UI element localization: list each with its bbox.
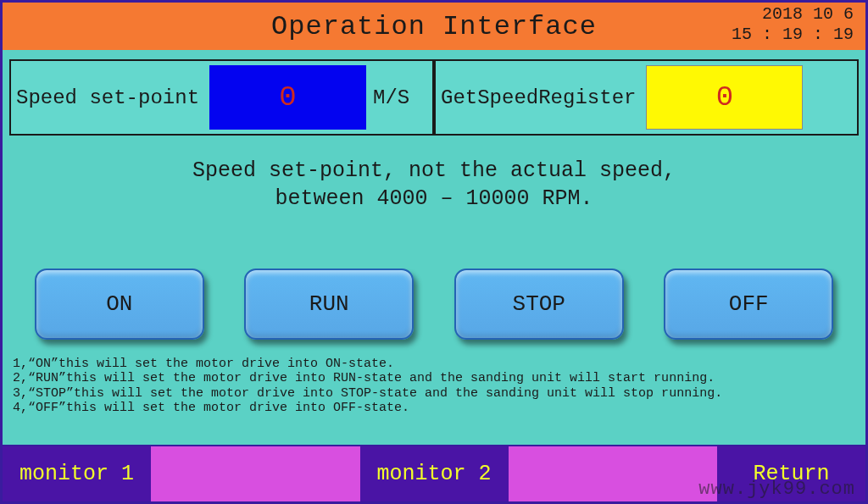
notes-text: 1,“ON”this will set the motor drive into… <box>13 357 855 415</box>
note-4: 4,“OFF”this will set the motor drive int… <box>13 401 855 415</box>
speed-setpoint-value: 0 <box>279 81 296 114</box>
stop-button[interactable]: STOP <box>454 269 624 340</box>
speed-setpoint-input[interactable]: 0 <box>209 65 366 130</box>
page-title: Operation Interface <box>271 11 597 42</box>
description-line1: Speed set-point, not the actual speed, <box>3 158 865 186</box>
footer-spacer <box>509 446 718 501</box>
header-date: 2018 10 6 <box>732 4 854 25</box>
speed-register-display: 0 <box>646 65 803 130</box>
note-3: 3,“STOP”this will set the motor drive in… <box>13 386 855 401</box>
action-button-row: ON RUN STOP OFF <box>3 269 865 340</box>
header-bar: Operation Interface 2018 10 6 15 : 19 : … <box>3 3 865 50</box>
note-1: 1,“ON”this will set the motor drive into… <box>13 357 855 371</box>
run-button[interactable]: RUN <box>244 269 414 340</box>
description-line2: between 4000 – 10000 RPM. <box>3 186 865 213</box>
header-time: 15 : 19 : 19 <box>732 25 854 45</box>
header-datetime: 2018 10 6 15 : 19 : 19 <box>732 4 854 45</box>
speed-register-cell: GetSpeedRegister 0 <box>434 61 857 134</box>
speed-unit-label: M/S <box>373 86 409 109</box>
description-text: Speed set-point, not the actual speed, b… <box>3 158 865 213</box>
watermark-text: www.jyk99.com <box>698 479 855 500</box>
monitor-2-button[interactable]: monitor 2 <box>360 446 509 501</box>
speed-register-value: 0 <box>716 81 733 114</box>
footer-spacer <box>151 446 360 501</box>
on-button[interactable]: ON <box>35 269 204 340</box>
off-button[interactable]: OFF <box>664 269 833 340</box>
speed-setpoint-cell: Speed set-point 0 M/S <box>11 61 434 134</box>
speed-panel: Speed set-point 0 M/S GetSpeedRegister 0 <box>9 59 859 136</box>
speed-register-label: GetSpeedRegister <box>436 86 636 109</box>
note-2: 2,“RUN”this will set the motor drive int… <box>13 371 855 385</box>
monitor-1-button[interactable]: monitor 1 <box>3 446 151 501</box>
speed-setpoint-label: Speed set-point <box>11 86 199 109</box>
